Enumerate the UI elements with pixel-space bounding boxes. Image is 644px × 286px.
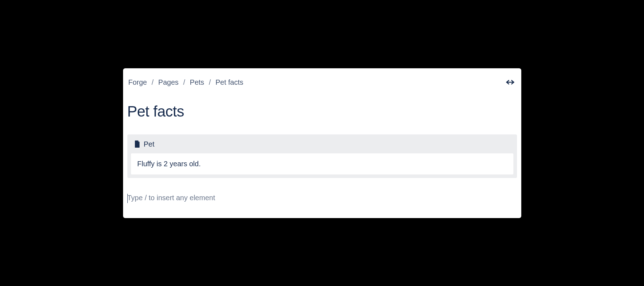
arrow-right-icon xyxy=(510,79,515,85)
breadcrumb: Forge / Pages / Pets / Pet facts xyxy=(127,78,245,87)
breadcrumb-item-pet-facts[interactable]: Pet facts xyxy=(214,78,244,87)
macro-header: Pet xyxy=(130,137,515,152)
macro-content: Fluffy is 2 years old. xyxy=(131,153,513,174)
breadcrumb-separator: / xyxy=(148,78,157,87)
breadcrumb-separator: / xyxy=(205,78,215,87)
expand-width-button[interactable] xyxy=(506,79,515,85)
macro-label: Pet xyxy=(144,140,155,148)
breadcrumb-item-pages[interactable]: Pages xyxy=(157,78,180,87)
page-title[interactable]: Pet facts xyxy=(123,87,521,120)
breadcrumb-separator: / xyxy=(180,78,189,87)
breadcrumb-item-forge[interactable]: Forge xyxy=(127,78,148,87)
top-row: Forge / Pages / Pets / Pet facts xyxy=(123,68,521,87)
page-icon xyxy=(135,140,140,148)
app-window: Forge / Pages / Pets / Pet facts P xyxy=(123,68,521,218)
macro-block[interactable]: Pet Fluffy is 2 years old. xyxy=(127,134,517,178)
breadcrumb-item-pets[interactable]: Pets xyxy=(189,78,205,87)
editor-placeholder: Type / to insert any element xyxy=(127,194,215,202)
editor-input-line[interactable]: Type / to insert any element xyxy=(123,178,521,202)
